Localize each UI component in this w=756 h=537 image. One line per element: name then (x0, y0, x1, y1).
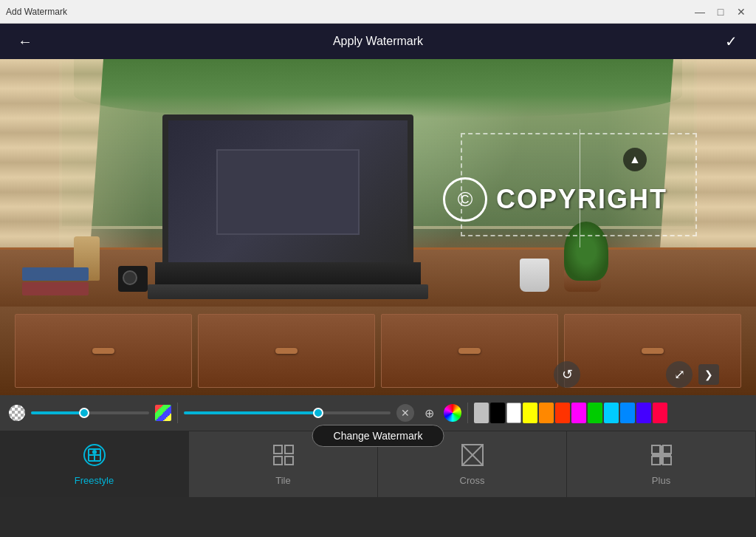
swatch-cyan[interactable] (604, 403, 619, 423)
rotate-handle[interactable]: ▲ (623, 148, 647, 171)
tile-icon (272, 443, 295, 471)
watermark-overlay[interactable]: © COPYRIGHT (443, 177, 667, 222)
svg-rect-10 (274, 456, 282, 465)
back-button[interactable]: ← (12, 28, 38, 55)
color-swatches (474, 403, 667, 423)
size-slider-fill (184, 411, 318, 414)
title-bar: Add Watermark — □ ✕ (0, 0, 756, 24)
size-slider-thumb[interactable] (313, 408, 323, 418)
drawer-3 (381, 314, 558, 388)
svg-rect-17 (652, 456, 660, 465)
laptop-keyboard (155, 262, 421, 284)
swatch-yellow[interactable] (523, 403, 537, 423)
confirm-button[interactable]: ✓ (718, 28, 744, 55)
cross-label: Cross (460, 475, 485, 486)
reset-button[interactable]: ↺ (554, 361, 580, 388)
pin-button[interactable]: ⊕ (420, 404, 438, 422)
swatch-blue-dark[interactable] (636, 403, 651, 423)
swatch-pink[interactable] (653, 403, 667, 423)
page-title: Apply Watermark (38, 35, 718, 48)
maximize-button[interactable]: □ (712, 4, 729, 19)
laptop (148, 114, 428, 299)
color-picker-button[interactable] (444, 404, 461, 422)
drawer-2 (198, 314, 375, 388)
app-header: ← Apply Watermark ✓ (0, 24, 756, 59)
opacity-slider-fill (31, 411, 84, 414)
laptop-base (148, 284, 428, 299)
svg-rect-11 (285, 456, 293, 465)
watermark-text: COPYRIGHT (496, 184, 667, 215)
book-2 (22, 282, 89, 295)
plus-icon (650, 443, 673, 471)
change-watermark-button[interactable]: Change Watermark (312, 425, 444, 447)
overlay-controls: ↺ ⤢ ❯ (554, 361, 719, 388)
window-controls: — □ ✕ (691, 4, 750, 19)
swatch-magenta[interactable] (571, 403, 586, 423)
laptop-screen-content (168, 120, 408, 264)
svg-rect-15 (652, 445, 660, 454)
drawer-1 (15, 314, 192, 388)
book-1 (22, 267, 89, 281)
watermark-icon: © (443, 177, 487, 222)
separator-2 (467, 403, 468, 423)
opacity-icon (9, 405, 25, 421)
swatch-white[interactable] (506, 403, 521, 423)
swatch-gray[interactable] (474, 403, 489, 423)
swatch-orange[interactable] (539, 403, 554, 423)
svg-rect-18 (663, 456, 671, 465)
chevron-down-button[interactable]: ❯ (698, 364, 719, 385)
books-stack (22, 267, 89, 295)
svg-point-6 (92, 450, 97, 454)
svg-rect-9 (285, 445, 293, 454)
opacity-slider[interactable] (31, 411, 149, 414)
cross-icon (461, 443, 484, 471)
freestyle-icon (83, 443, 106, 471)
mug (520, 259, 549, 292)
foliage (74, 59, 682, 118)
freestyle-label: Freestyle (75, 475, 114, 486)
window-title: Add Watermark (6, 7, 67, 17)
color-icon[interactable] (155, 405, 171, 421)
tab-freestyle[interactable]: Freestyle (0, 431, 189, 497)
swatch-green[interactable] (588, 403, 602, 423)
tab-plus[interactable]: Plus (567, 431, 756, 497)
size-slider[interactable] (184, 411, 391, 414)
swatch-black[interactable] (490, 403, 505, 423)
tile-label: Tile (275, 475, 290, 486)
close-button[interactable]: ✕ (732, 4, 750, 19)
plus-label: Plus (652, 475, 670, 486)
swatch-red[interactable] (555, 403, 570, 423)
swatch-blue-light[interactable] (620, 403, 635, 423)
svg-rect-16 (663, 445, 671, 454)
separator-1 (177, 403, 178, 423)
opacity-slider-thumb[interactable] (79, 408, 89, 418)
camera (118, 266, 148, 292)
image-canvas[interactable]: ▲ © COPYRIGHT ↺ ⤢ ❯ (0, 59, 756, 395)
minimize-button[interactable]: — (691, 4, 709, 19)
mode-tabs: Freestyle Tile Cross (0, 431, 756, 497)
svg-rect-8 (274, 445, 282, 454)
expand-button[interactable]: ⤢ (666, 361, 693, 388)
remove-button[interactable]: ✕ (396, 404, 414, 422)
laptop-screen-inner (216, 149, 360, 235)
laptop-screen (162, 114, 413, 270)
